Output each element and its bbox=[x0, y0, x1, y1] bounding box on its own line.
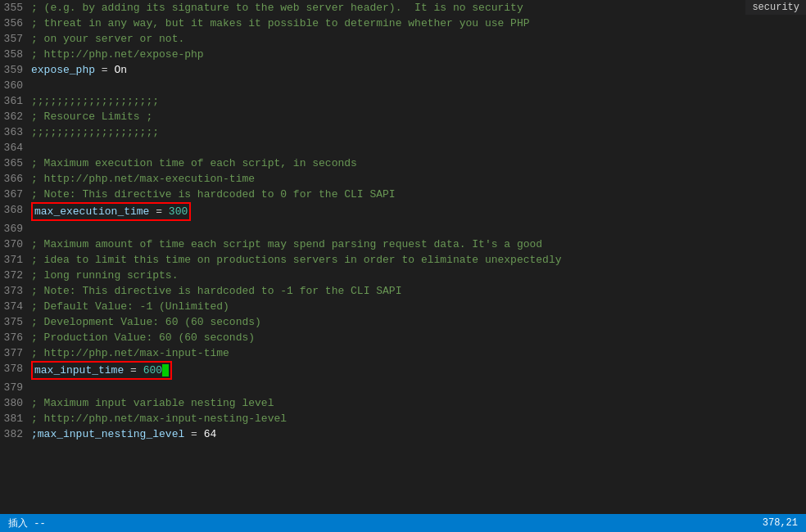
code-line-357: 357; on your server or not. bbox=[0, 31, 806, 47]
code-line-376: 376; Production Value: 60 (60 seconds) bbox=[0, 330, 806, 345]
line-content: ; Resource Limits ; bbox=[31, 109, 806, 124]
code-line-366: 366; http://php.net/max-execution-time bbox=[0, 171, 806, 187]
line-number: 378 bbox=[0, 361, 31, 376]
comment-text: ; Resource Limits ; bbox=[31, 110, 152, 123]
setting-name: ;max_input_nesting_level bbox=[31, 428, 184, 440]
code-line-379: 379 bbox=[0, 380, 806, 395]
comment-text: ;;;;;;;;;;;;;;;;;;;; bbox=[31, 95, 159, 107]
line-number: 380 bbox=[0, 395, 31, 411]
equals-sign: = bbox=[149, 205, 168, 218]
code-line-374: 374; Default Value: -1 (Unlimited) bbox=[0, 299, 806, 314]
comment-text: ; (e.g. by adding its signature to the w… bbox=[31, 2, 523, 14]
comment-text: ; Maximum amount of time each script may… bbox=[31, 238, 542, 250]
line-content: ;;;;;;;;;;;;;;;;;;;; bbox=[31, 93, 806, 109]
code-line-367: 367; Note: This directive is hardcoded t… bbox=[0, 187, 806, 202]
comment-text: ;;;;;;;;;;;;;;;;;;;; bbox=[31, 126, 159, 138]
comment-text: ; Maximum input variable nesting level bbox=[31, 397, 274, 409]
line-number: 381 bbox=[0, 411, 31, 426]
code-line-355: 355; (e.g. by adding its signature to th… bbox=[0, 0, 806, 16]
setting-name: max_input_time bbox=[34, 364, 124, 376]
comment-text: ; http://php.net/expose-php bbox=[31, 48, 204, 61]
line-number: 367 bbox=[0, 187, 31, 202]
line-content: ; Note: This directive is hardcoded to -… bbox=[31, 283, 806, 299]
highlighted-setting-cursor: max_input_time = 600 bbox=[31, 361, 172, 380]
comment-text: ; Note: This directive is hardcoded to 0… bbox=[31, 188, 396, 201]
comment-text: ; Development Value: 60 (60 seconds) bbox=[31, 316, 261, 328]
line-number: 360 bbox=[0, 78, 31, 93]
line-content: ; Development Value: 60 (60 seconds) bbox=[31, 314, 806, 330]
code-line-378: 378max_input_time = 600 bbox=[0, 361, 806, 380]
line-number: 362 bbox=[0, 109, 31, 124]
code-editor: 355; (e.g. by adding its signature to th… bbox=[0, 0, 806, 524]
line-number: 361 bbox=[0, 93, 31, 109]
comment-text: ; Note: This directive is hardcoded to -… bbox=[31, 285, 401, 297]
line-number: 364 bbox=[0, 140, 31, 156]
line-content: ;max_input_nesting_level = 64 bbox=[31, 426, 806, 442]
comment-text: ; long running scripts. bbox=[31, 269, 178, 282]
comment-text: ; http://php.net/max-input-nesting-level bbox=[31, 413, 287, 425]
line-content bbox=[31, 221, 806, 237]
line-content: ; (e.g. by adding its signature to the w… bbox=[31, 0, 806, 16]
line-number: 369 bbox=[0, 221, 31, 237]
line-content: ; http://php.net/max-execution-time bbox=[31, 171, 806, 187]
code-line-373: 373; Note: This directive is hardcoded t… bbox=[0, 283, 806, 299]
line-content: ;;;;;;;;;;;;;;;;;;;; bbox=[31, 124, 806, 140]
line-number: 372 bbox=[0, 268, 31, 283]
code-line-359: 359expose_php = On bbox=[0, 62, 806, 78]
line-number: 379 bbox=[0, 380, 31, 395]
comment-text: ; Default Value: -1 (Unlimited) bbox=[31, 300, 229, 313]
code-line-356: 356; threat in any way, but it makes it … bbox=[0, 16, 806, 31]
line-content: ; http://php.net/max-input-time bbox=[31, 345, 806, 361]
line-number: 377 bbox=[0, 345, 31, 361]
line-number: 357 bbox=[0, 31, 31, 47]
code-line-380: 380; Maximum input variable nesting leve… bbox=[0, 395, 806, 411]
highlighted-setting: max_execution_time = 300 bbox=[31, 202, 191, 221]
insert-mode-label: 插入 -- bbox=[8, 516, 46, 530]
line-number: 375 bbox=[0, 314, 31, 330]
line-number: 363 bbox=[0, 124, 31, 140]
comment-text: ; http://php.net/max-input-time bbox=[31, 347, 229, 359]
code-line-365: 365; Maximum execution time of each scri… bbox=[0, 156, 806, 171]
line-number: 355 bbox=[0, 0, 31, 16]
code-line-360: 360 bbox=[0, 78, 806, 93]
setting-name: expose_php bbox=[31, 64, 95, 76]
line-content: max_input_time = 600 bbox=[31, 361, 806, 380]
line-number: 382 bbox=[0, 426, 31, 442]
security-label: security bbox=[745, 0, 806, 15]
code-line-358: 358; http://php.net/expose-php bbox=[0, 47, 806, 62]
code-line-370: 370; Maximum amount of time each script … bbox=[0, 237, 806, 252]
line-content: ; Maximum execution time of each script,… bbox=[31, 156, 806, 171]
code-line-375: 375; Development Value: 60 (60 seconds) bbox=[0, 314, 806, 330]
code-line-371: 371; idea to limit this time on producti… bbox=[0, 252, 806, 268]
line-content: ; on your server or not. bbox=[31, 31, 806, 47]
setting-value: 600 bbox=[143, 364, 162, 376]
line-number: 376 bbox=[0, 330, 31, 345]
line-number: 373 bbox=[0, 283, 31, 299]
code-lines: 355; (e.g. by adding its signature to th… bbox=[0, 0, 806, 442]
line-content bbox=[31, 140, 806, 156]
line-number: 370 bbox=[0, 237, 31, 252]
equals-sign: = bbox=[95, 64, 114, 76]
comment-text: ; Maximum execution time of each script,… bbox=[31, 157, 357, 169]
line-number: 359 bbox=[0, 62, 31, 78]
comment-text: ; Production Value: 60 (60 seconds) bbox=[31, 331, 255, 344]
cursor-position: 378,21 bbox=[763, 517, 798, 529]
comment-text: ; http://php.net/max-execution-time bbox=[31, 173, 255, 185]
line-content: ; Note: This directive is hardcoded to 0… bbox=[31, 187, 806, 202]
code-line-369: 369 bbox=[0, 221, 806, 237]
code-line-361: 361;;;;;;;;;;;;;;;;;;;; bbox=[0, 93, 806, 109]
line-content: ; http://php.net/expose-php bbox=[31, 47, 806, 62]
line-content bbox=[31, 380, 806, 395]
code-line-363: 363;;;;;;;;;;;;;;;;;;;; bbox=[0, 124, 806, 140]
code-line-368: 368max_execution_time = 300 bbox=[0, 202, 806, 221]
status-bar: 插入 -- 378,21 bbox=[0, 514, 806, 532]
line-content: ; idea to limit this time on productions… bbox=[31, 252, 806, 268]
equals-sign: = bbox=[184, 428, 203, 440]
line-content: max_execution_time = 300 bbox=[31, 202, 806, 221]
line-number: 358 bbox=[0, 47, 31, 62]
setting-name: max_execution_time bbox=[34, 205, 149, 218]
line-number: 366 bbox=[0, 171, 31, 187]
line-number: 371 bbox=[0, 252, 31, 268]
line-content: ; Maximum amount of time each script may… bbox=[31, 237, 806, 252]
code-line-377: 377; http://php.net/max-input-time bbox=[0, 345, 806, 361]
